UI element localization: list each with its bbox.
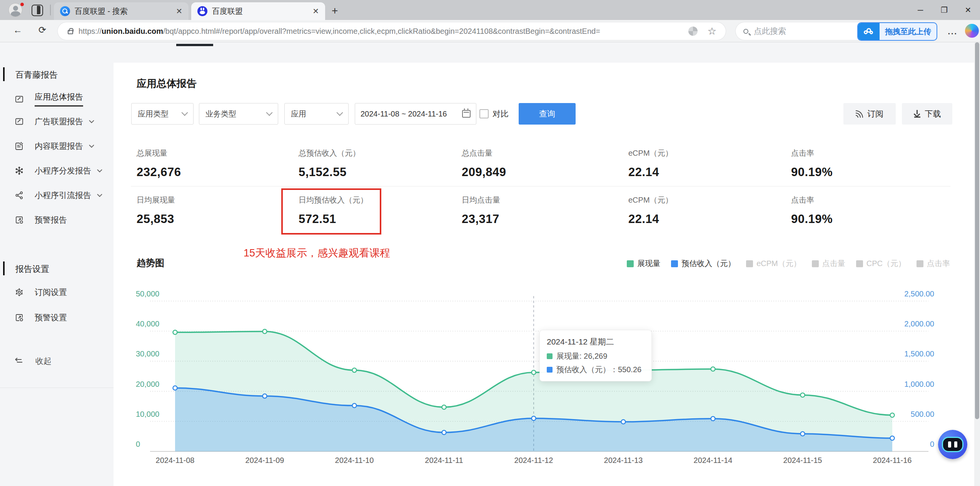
url-text[interactable]: https://union.baidu.com/bqt/appco.html#/… xyxy=(78,27,685,36)
annotation-red-box xyxy=(281,188,381,235)
browser-toolbar: ← ⟳ https://union.baidu.com/bqt/appco.ht… xyxy=(0,20,980,42)
stat-total-clicks: 总点击量209,849 xyxy=(462,148,577,179)
share-icon xyxy=(15,191,24,200)
sidebar-item-ad-union[interactable]: 广告联盟报告 xyxy=(15,116,103,127)
legend-clicks[interactable]: 点击量 xyxy=(812,258,845,269)
chevron-down-icon xyxy=(266,110,273,116)
legend-swatch xyxy=(812,260,819,267)
stat-ecpm: eCPM（元）22.14 xyxy=(628,148,744,179)
restore-button[interactable]: ❐ xyxy=(932,0,956,20)
tooltip-row: 展现量: 26,269 xyxy=(547,351,644,361)
query-button[interactable]: 查询 xyxy=(519,103,576,125)
sidebar-collapse-button[interactable]: 收起 xyxy=(15,356,103,366)
profile-avatar[interactable] xyxy=(8,3,24,18)
close-button[interactable]: ✕ xyxy=(956,0,980,20)
chevron-down-icon xyxy=(97,169,103,173)
compare-checkbox-group[interactable]: 对比 xyxy=(479,108,509,119)
notification-dot xyxy=(20,2,25,7)
browser-titlebar: 百度联盟 - 搜索 ✕ 百度联盟 ✕ + ─ ❐ ✕ xyxy=(0,0,980,20)
chart-legend: 展现量 预估收入（元） eCPM（元） 点击量 CPC（元） 点击率 xyxy=(627,258,950,269)
tooltip-swatch xyxy=(547,367,553,373)
lock-icon xyxy=(68,30,73,34)
legend-ecpm[interactable]: eCPM（元） xyxy=(746,258,801,269)
sidebar-item-content-union[interactable]: 内容联盟报告 xyxy=(15,141,103,151)
chevron-down-icon xyxy=(337,110,343,116)
calendar-icon xyxy=(462,110,471,118)
sidebar-section-settings: 报告设置 xyxy=(15,263,49,275)
stat-daily-ctr: 点击率90.19% xyxy=(791,195,907,226)
report-icon xyxy=(15,117,24,126)
subscribe-button[interactable]: 订阅 xyxy=(843,103,896,125)
annotation-red-text: 15天收益展示，感兴趣观看课程 xyxy=(244,246,390,260)
sidebar-item-app-overall[interactable]: 应用总体报告 xyxy=(15,92,103,107)
legend-ctr[interactable]: 点击率 xyxy=(917,258,950,269)
assistant-robot-button[interactable] xyxy=(938,430,967,459)
chevron-down-icon xyxy=(88,120,95,123)
scrollbar-thumb[interactable] xyxy=(975,42,979,419)
chevron-down-icon xyxy=(182,110,188,116)
biz-type-select[interactable]: 业务类型 xyxy=(199,103,278,125)
legend-income[interactable]: 预估收入（元） xyxy=(671,258,735,269)
alert-settings-icon xyxy=(15,313,24,322)
download-icon xyxy=(913,110,921,118)
date-range-picker[interactable]: 2024-11-08 ~ 2024-11-16 xyxy=(355,103,476,125)
tab-close-icon[interactable]: ✕ xyxy=(176,7,182,16)
tab-search[interactable]: 百度联盟 - 搜索 ✕ xyxy=(54,2,189,20)
sidebar-item-alert-report[interactable]: 预警报告 xyxy=(15,215,103,225)
netdisk-cloud-icon xyxy=(858,23,880,40)
app-select[interactable]: 应用 xyxy=(284,103,349,125)
legend-swatch xyxy=(671,260,678,267)
stats-divider xyxy=(131,186,950,186)
tooltip-row: 预估收入（元）：550.26 xyxy=(547,364,644,375)
scrollbar-track[interactable] xyxy=(974,42,980,486)
sidebar-item-alert-settings[interactable]: 预警设置 xyxy=(15,312,103,323)
tab-close-icon[interactable]: ✕ xyxy=(312,7,319,16)
minimize-button[interactable]: ─ xyxy=(908,0,932,20)
stat-daily-clicks: 日均点击量23,317 xyxy=(462,195,577,226)
sidebar-item-miniapp-distribution[interactable]: 小程序分发报告 xyxy=(15,165,103,176)
refresh-icon[interactable]: ⟳ xyxy=(38,25,46,35)
content-report-icon xyxy=(15,141,24,151)
app-type-select[interactable]: 应用类型 xyxy=(131,103,194,125)
legend-swatch xyxy=(746,260,753,267)
tab-baidu-union[interactable]: 百度联盟 ✕ xyxy=(191,2,325,20)
address-bar[interactable]: https://union.baidu.com/bqt/appco.html#/… xyxy=(58,22,726,40)
page-title: 应用总体报告 xyxy=(137,77,197,90)
sidebar-section-bqt: 百青藤报告 xyxy=(15,69,58,81)
page-action-icon[interactable] xyxy=(688,27,698,36)
chevron-down-icon xyxy=(97,193,103,197)
legend-cpc[interactable]: CPC（元） xyxy=(856,258,906,269)
new-tab-button[interactable]: + xyxy=(332,5,338,17)
stat-total-impressions: 总展现量232,676 xyxy=(137,148,252,179)
netdisk-upload-button[interactable]: 拖拽至此上传 xyxy=(857,22,937,41)
titlebar-divider xyxy=(50,5,51,15)
rss-icon xyxy=(856,110,863,118)
stat-total-income: 总预估收入（元）5,152.55 xyxy=(299,148,414,179)
tab-title: 百度联盟 xyxy=(212,6,243,17)
compare-checkbox[interactable] xyxy=(479,109,489,118)
chart-tooltip: 2024-11-12 星期二 展现量: 26,269 预估收入（元）：550.2… xyxy=(539,330,652,381)
baidu-favicon-icon xyxy=(197,6,207,16)
browser-menu-icon[interactable]: ⋯ xyxy=(947,28,958,40)
sidebar-item-subscribe-settings[interactable]: 订阅设置 xyxy=(15,287,103,298)
back-icon[interactable]: ← xyxy=(13,25,22,35)
tab-title: 百度联盟 - 搜索 xyxy=(75,6,128,17)
chevron-down-icon xyxy=(88,144,95,148)
collapse-arrow-icon xyxy=(15,357,25,365)
search-icon xyxy=(743,29,748,34)
progress-fragment xyxy=(176,44,213,46)
tab-actions-icon[interactable] xyxy=(32,5,43,16)
stat-ctr: 点击率90.19% xyxy=(791,148,907,179)
copilot-icon[interactable] xyxy=(965,24,979,38)
legend-impressions[interactable]: 展现量 xyxy=(627,258,660,269)
stat-daily-impressions: 日均展现量25,853 xyxy=(137,195,252,226)
favorite-star-icon[interactable]: ☆ xyxy=(708,25,716,37)
sidebar: 百青藤报告 应用总体报告 广告联盟报告 内容联盟报告 小程序分发报告 小程序引流… xyxy=(0,42,114,486)
sidebar-item-miniapp-referral[interactable]: 小程序引流报告 xyxy=(15,190,103,201)
alert-report-icon xyxy=(15,215,24,225)
download-button[interactable]: 下载 xyxy=(902,103,952,125)
legend-swatch xyxy=(917,260,923,267)
tooltip-date: 2024-11-12 星期二 xyxy=(547,336,644,347)
legend-swatch xyxy=(627,260,634,267)
sidebar-divider xyxy=(0,388,114,388)
